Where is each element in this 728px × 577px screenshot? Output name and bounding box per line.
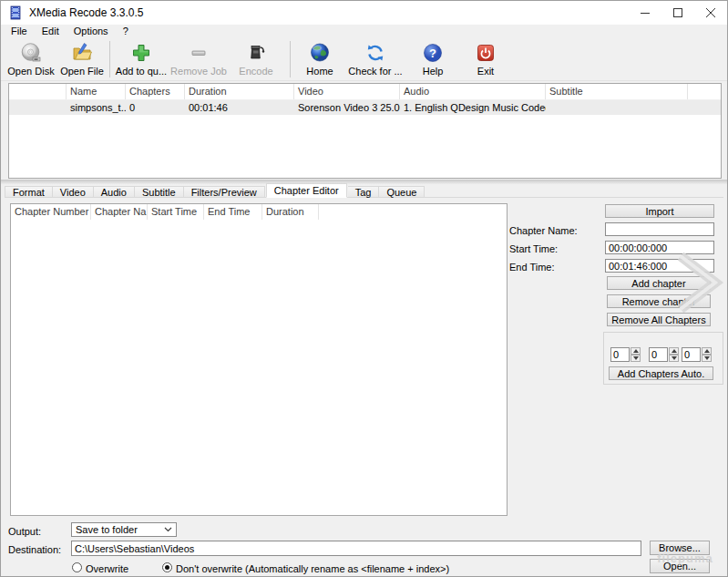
remove-job-label: Remove Job: [170, 66, 227, 77]
menu-help[interactable]: ?: [116, 25, 136, 38]
plus-icon: [130, 41, 152, 65]
column-filler: [319, 204, 507, 220]
spin-down-button[interactable]: [669, 355, 679, 362]
chapter-name-input[interactable]: [605, 222, 714, 236]
column-chapters[interactable]: Chapters: [126, 84, 185, 99]
triangle-down-icon: [704, 356, 710, 360]
tabbar: Format Video Audio Subtitle Filters/Prev…: [5, 183, 425, 198]
maximize-icon: [673, 8, 682, 17]
spin-down-button[interactable]: [702, 355, 712, 362]
job-row[interactable]: simpsons_t... 0 00:01:46 Sorenson Video …: [9, 100, 721, 115]
exit-label: Exit: [477, 66, 494, 77]
disc-icon: [20, 41, 42, 65]
maximize-button[interactable]: [661, 1, 694, 25]
check-for-updates-label: Check for ...: [348, 66, 402, 77]
encode-button[interactable]: Encode: [234, 38, 278, 79]
triangle-down-icon: [633, 356, 639, 360]
remove-all-chapters-button[interactable]: Remove All Chapters: [607, 313, 711, 326]
globe-icon: [309, 41, 331, 65]
open-button[interactable]: Open...: [650, 559, 710, 573]
end-time-input[interactable]: [605, 259, 714, 273]
start-time-input[interactable]: [605, 241, 714, 254]
job-list-header: Name Chapters Duration Video Audio Subti…: [9, 84, 721, 100]
column-video[interactable]: Video: [294, 84, 400, 99]
app-window: XMedia Recode 3.3.0.5 File Edit Options …: [0, 0, 728, 577]
refresh-icon: [364, 41, 386, 65]
power-icon: [475, 41, 497, 65]
overwrite-radio[interactable]: [72, 562, 82, 572]
minimize-icon: [641, 8, 650, 17]
output-mode-select[interactable]: Save to folder: [71, 522, 177, 537]
column-subtitle[interactable]: Subtitle: [546, 84, 688, 99]
open-folder-icon: [71, 41, 93, 65]
auto-seconds-input[interactable]: [682, 347, 701, 362]
chevron-down-icon: [164, 527, 172, 532]
home-label: Home: [306, 66, 333, 77]
tab-video[interactable]: Video: [53, 186, 94, 198]
triangle-up-icon: [704, 349, 710, 353]
dont-overwrite-label: Don't overwrite (Automatically rename as…: [176, 563, 449, 574]
encode-label: Encode: [239, 66, 272, 77]
auto-hours-input[interactable]: [610, 347, 630, 362]
column-blank[interactable]: [9, 84, 67, 99]
add-chapters-auto-button[interactable]: Add Chapters Auto.: [609, 366, 713, 380]
dont-overwrite-radio[interactable]: [162, 562, 172, 572]
output-mode-value: Save to folder: [76, 524, 164, 535]
open-file-button[interactable]: Open File: [57, 38, 107, 79]
minimize-button[interactable]: [629, 1, 661, 25]
output-label: Output:: [8, 526, 41, 537]
tab-chapter-editor[interactable]: Chapter Editor: [266, 183, 347, 198]
exit-button[interactable]: Exit: [467, 38, 504, 79]
chapter-table: Chapter Number Chapter Na... Start Time …: [10, 203, 508, 516]
column-duration[interactable]: Duration: [185, 84, 294, 99]
open-disk-label: Open Disk: [7, 66, 54, 77]
menu-edit[interactable]: Edit: [35, 25, 67, 38]
auto-seconds-spinner: [682, 347, 712, 362]
help-icon: ?: [422, 41, 444, 65]
triangle-up-icon: [672, 349, 677, 353]
browse-button[interactable]: Browse...: [650, 541, 710, 555]
spin-down-button[interactable]: [631, 355, 641, 362]
overwrite-label: Overwrite: [86, 563, 128, 574]
start-time-label: Start Time:: [509, 243, 558, 254]
close-icon: [706, 8, 715, 17]
column-chapter-number[interactable]: Chapter Number: [11, 204, 91, 220]
tab-queue[interactable]: Queue: [379, 186, 425, 198]
destination-input[interactable]: [71, 541, 641, 556]
menu-file[interactable]: File: [4, 25, 35, 38]
chapter-table-header: Chapter Number Chapter Na... Start Time …: [11, 204, 507, 220]
remove-chapter-button[interactable]: Remove chapter: [607, 294, 711, 308]
column-chapter-duration[interactable]: Duration: [262, 204, 319, 220]
remove-job-button[interactable]: Remove Job: [170, 38, 227, 79]
tab-filters-preview[interactable]: Filters/Preview: [184, 186, 265, 198]
column-chapter-name[interactable]: Chapter Na...: [91, 204, 148, 220]
help-button[interactable]: ? Help: [415, 38, 451, 79]
auto-minutes-input[interactable]: [649, 347, 668, 362]
menu-options[interactable]: Options: [67, 25, 116, 38]
chapter-name-label: Chapter Name:: [509, 225, 578, 236]
column-end-time[interactable]: End Time: [204, 204, 262, 220]
open-disk-button[interactable]: Open Disk: [6, 38, 56, 79]
close-button[interactable]: [694, 1, 727, 25]
column-start-time[interactable]: Start Time: [148, 204, 204, 220]
auto-minutes-spinner: [649, 347, 679, 362]
column-name[interactable]: Name: [67, 84, 126, 99]
tab-tag[interactable]: Tag: [348, 186, 380, 198]
tab-audio[interactable]: Audio: [94, 186, 135, 198]
add-chapter-button[interactable]: Add chapter: [607, 276, 711, 290]
tab-format[interactable]: Format: [5, 186, 53, 198]
spin-up-button[interactable]: [631, 347, 641, 355]
import-button[interactable]: Import: [605, 204, 714, 218]
spin-up-button[interactable]: [669, 347, 679, 355]
toolbar-separator: [109, 41, 110, 77]
job-list: Name Chapters Duration Video Audio Subti…: [8, 83, 722, 179]
auto-hours-spinner: [610, 347, 641, 362]
encode-machine-icon: [245, 41, 267, 65]
spin-up-button[interactable]: [702, 347, 712, 355]
add-to-queue-button[interactable]: Add to qu...: [114, 38, 169, 79]
tab-subtitle[interactable]: Subtitle: [135, 186, 184, 198]
window-title: XMedia Recode 3.3.0.5: [29, 6, 143, 19]
column-audio[interactable]: Audio: [400, 84, 546, 99]
home-button[interactable]: Home: [300, 38, 340, 79]
check-for-updates-button[interactable]: Check for ...: [345, 38, 405, 79]
